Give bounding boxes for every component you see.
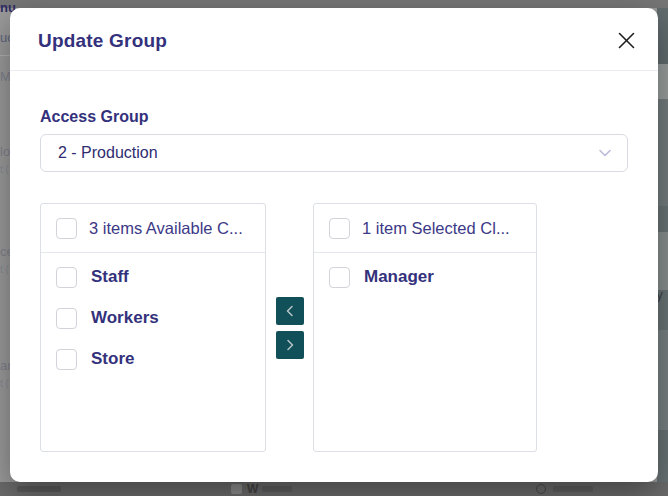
backdrop-person-icon xyxy=(536,484,546,494)
chevron-down-icon xyxy=(597,145,613,161)
item-checkbox[interactable] xyxy=(56,308,77,329)
backdrop-row-band xyxy=(657,430,668,482)
available-list-header: 3 items Available C... xyxy=(41,204,265,253)
backdrop-text-fragment: W xyxy=(247,483,258,496)
list-item: Manager xyxy=(329,266,524,288)
close-button[interactable] xyxy=(610,24,642,56)
list-item: Store xyxy=(56,348,253,370)
available-list-items: StaffWorkersStore xyxy=(41,253,265,370)
selected-list-header: 1 item Selected Cl... xyxy=(314,204,536,253)
selected-list-header-label: 1 item Selected Cl... xyxy=(362,219,510,238)
backdrop-text-fragment: t ( xyxy=(0,264,9,275)
item-label[interactable]: Store xyxy=(91,349,134,369)
available-list-header-label: 3 items Available C... xyxy=(89,219,243,238)
move-left-button[interactable] xyxy=(276,297,304,325)
backdrop-text-fragment: lo xyxy=(0,145,10,159)
item-label[interactable]: Manager xyxy=(364,267,434,287)
selected-list-items: Manager xyxy=(314,253,536,288)
backdrop-top-strip xyxy=(0,0,668,8)
backdrop-row-band xyxy=(657,206,668,232)
select-all-available-checkbox[interactable] xyxy=(56,218,77,239)
modal-title: Update Group xyxy=(38,30,167,52)
backdrop-ghost-text xyxy=(262,486,292,492)
header-divider xyxy=(10,70,658,71)
list-item: Workers xyxy=(56,307,253,329)
move-right-button[interactable] xyxy=(276,331,304,359)
backdrop-text-fragment: t ( xyxy=(0,164,9,175)
item-label[interactable]: Workers xyxy=(91,308,159,328)
backdrop-ghost-text xyxy=(553,486,593,492)
backdrop-row-band xyxy=(657,330,668,430)
available-listbox: 3 items Available C... StaffWorkersStore xyxy=(40,203,266,452)
access-group-label: Access Group xyxy=(40,108,148,126)
item-label[interactable]: Staff xyxy=(91,267,129,287)
update-group-modal: Update Group Access Group 2 - Production… xyxy=(10,8,658,482)
selected-listbox: 1 item Selected Cl... Manager xyxy=(313,203,537,452)
backdrop-text-fragment: t ( xyxy=(0,378,9,389)
select-value: 2 - Production xyxy=(58,144,158,162)
close-icon xyxy=(618,32,635,49)
backdrop-row-band xyxy=(657,99,668,206)
item-checkbox[interactable] xyxy=(56,349,77,370)
select-all-selected-checkbox[interactable] xyxy=(329,218,350,239)
backdrop-ghost-cell xyxy=(231,484,242,494)
item-checkbox[interactable] xyxy=(329,267,350,288)
item-checkbox[interactable] xyxy=(56,267,77,288)
backdrop-row-band xyxy=(657,232,668,290)
list-item: Staff xyxy=(56,266,253,288)
backdrop-ghost-text xyxy=(17,486,61,492)
access-group-select[interactable]: 2 - Production xyxy=(40,134,628,172)
backdrop-row-band xyxy=(657,64,668,99)
backdrop-row-band xyxy=(657,8,668,64)
chevron-left-icon xyxy=(283,304,297,318)
chevron-right-icon xyxy=(283,338,297,352)
